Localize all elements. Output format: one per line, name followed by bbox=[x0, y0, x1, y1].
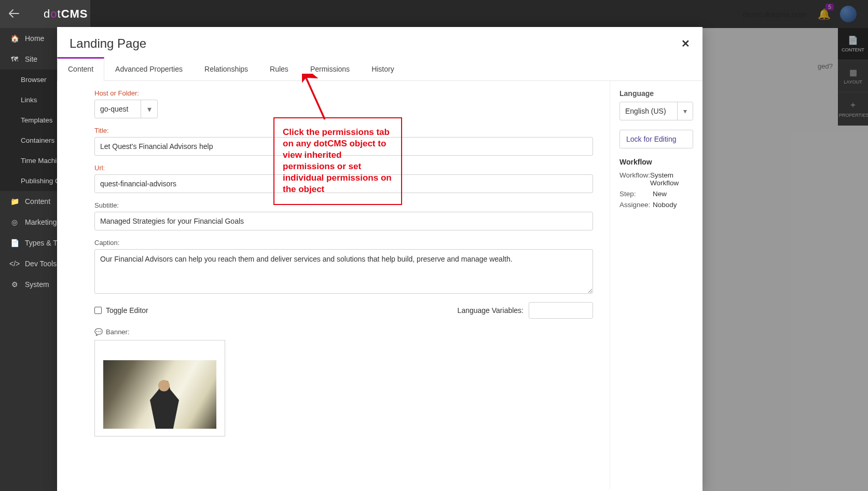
svg-line-0 bbox=[306, 78, 325, 119]
workflow-row: Workflow: System Workflow bbox=[619, 171, 693, 187]
toggle-editor-label: Toggle Editor bbox=[106, 306, 148, 315]
target-icon: ◎ bbox=[9, 218, 20, 226]
host-label: Host or Folder: bbox=[94, 89, 593, 97]
back-arrow-icon bbox=[9, 9, 19, 18]
code-icon: </> bbox=[9, 260, 20, 268]
banner-label: Banner: bbox=[106, 328, 130, 336]
edit-modal: Landing Page ✕ Content Advanced Properti… bbox=[57, 27, 702, 491]
sidebar-item-label: Home bbox=[25, 34, 44, 43]
gear-icon: ⚙ bbox=[9, 280, 20, 289]
chevron-down-icon: ▾ bbox=[677, 102, 693, 120]
tab-rules[interactable]: Rules bbox=[259, 57, 299, 80]
tab-content[interactable]: Content bbox=[57, 57, 104, 81]
sidebar-item-label: Content bbox=[25, 197, 50, 206]
tab-history[interactable]: History bbox=[361, 57, 405, 80]
language-label: Language bbox=[619, 89, 693, 98]
sidebar-item-label: System bbox=[25, 280, 49, 289]
sidebar-item-label: Marketing bbox=[25, 218, 57, 226]
annotation-callout: Click the permissions tab on any dotCMS … bbox=[273, 117, 402, 205]
sidebar-item-label: Dev Tools bbox=[25, 260, 57, 268]
language-variables-input[interactable] bbox=[529, 302, 593, 319]
caption-label: Caption: bbox=[94, 239, 593, 247]
host-value: go-quest bbox=[95, 105, 141, 113]
language-variables-label: Language Variables: bbox=[458, 306, 523, 315]
file-icon: 📄 bbox=[9, 239, 20, 247]
tab-relationships[interactable]: Relationships bbox=[194, 57, 259, 80]
workflow-row: Assignee: Nobody bbox=[619, 201, 693, 209]
workflow-row: Step: New bbox=[619, 190, 693, 198]
banner-image-thumbnail bbox=[103, 360, 216, 429]
tab-row: Content Advanced Properties Relationship… bbox=[57, 57, 702, 81]
modal-close-button[interactable]: ✕ bbox=[681, 37, 690, 50]
language-value: English (US) bbox=[625, 107, 666, 115]
tab-advanced-properties[interactable]: Advanced Properties bbox=[104, 57, 194, 80]
back-button[interactable] bbox=[0, 8, 28, 20]
toggle-editor-checkbox[interactable] bbox=[94, 307, 102, 314]
workflow-heading: Workflow bbox=[619, 158, 693, 166]
banner-dropzone[interactable] bbox=[94, 340, 225, 437]
logo: dotCMS bbox=[44, 7, 88, 21]
language-select[interactable]: English (US) ▾ bbox=[619, 102, 693, 120]
caption-textarea[interactable] bbox=[94, 249, 593, 294]
close-icon: ✕ bbox=[681, 38, 690, 49]
annotation-arrow bbox=[302, 74, 333, 124]
host-select[interactable]: go-quest ▾ bbox=[94, 100, 158, 118]
chevron-down-icon: ▾ bbox=[141, 100, 157, 118]
sitemap-icon: 🗺 bbox=[9, 55, 20, 63]
folder-icon: 📁 bbox=[9, 197, 20, 206]
comment-icon: 💬 bbox=[94, 328, 103, 336]
lock-for-editing-button[interactable]: Lock for Editing bbox=[619, 130, 693, 148]
subtitle-input[interactable] bbox=[94, 212, 593, 230]
modal-side-panel: Language English (US) ▾ Lock for Editing… bbox=[610, 81, 702, 489]
sidebar-item-label: Site bbox=[25, 55, 37, 63]
modal-title: Landing Page bbox=[70, 36, 146, 51]
modal-header: Landing Page ✕ bbox=[57, 27, 702, 57]
home-icon: 🏠 bbox=[9, 34, 20, 43]
